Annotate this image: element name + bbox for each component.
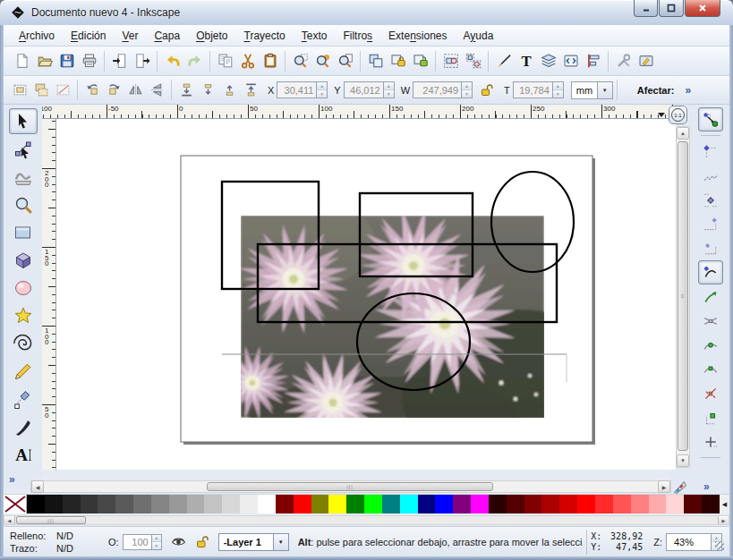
palette-swatch[interactable] bbox=[507, 495, 524, 513]
fill-stroke-dialog-button[interactable] bbox=[492, 49, 515, 72]
palette-swatch[interactable] bbox=[169, 495, 187, 513]
palette-swatch[interactable] bbox=[666, 495, 684, 513]
canvas-area[interactable] bbox=[56, 119, 676, 470]
palette-swatch[interactable] bbox=[400, 495, 418, 513]
x-field[interactable]: 30,411 bbox=[277, 81, 316, 98]
snap-object-centers-button[interactable] bbox=[698, 405, 723, 429]
layer-dropdown-arrow[interactable]: ▼ bbox=[274, 533, 289, 551]
palette-swatch[interactable] bbox=[27, 495, 45, 513]
palette-scroll-thumb[interactable]: ||| bbox=[16, 516, 86, 524]
horizontal-scrollbar[interactable]: ◀ ||| ▶ bbox=[30, 480, 671, 493]
ungroup-objects-button[interactable] bbox=[462, 49, 484, 72]
lower-button[interactable] bbox=[197, 80, 218, 101]
palette-swatch[interactable] bbox=[489, 495, 507, 513]
menu-texto[interactable]: Texto bbox=[294, 27, 336, 45]
fill-stroke-indicator[interactable]: Relleno: N/D Trazo: N/D bbox=[10, 530, 96, 555]
scroll-right-arrow[interactable]: ▶ bbox=[658, 480, 670, 493]
palette-swatch[interactable] bbox=[364, 495, 382, 513]
palette-swatch[interactable] bbox=[81, 495, 98, 513]
palette-swatch[interactable] bbox=[328, 495, 346, 513]
w-spinner[interactable]: ▲▼ bbox=[461, 81, 473, 98]
palette-swatch[interactable] bbox=[133, 495, 151, 513]
w-field[interactable]: 247,949 bbox=[413, 81, 461, 98]
canvas[interactable] bbox=[56, 119, 676, 470]
tool-tweak[interactable] bbox=[9, 164, 38, 190]
unlink-clone-button[interactable] bbox=[409, 49, 431, 72]
cut-button[interactable] bbox=[236, 49, 259, 72]
lock-ratio-button[interactable] bbox=[476, 80, 498, 101]
y-field[interactable]: 46,012 bbox=[344, 81, 383, 98]
snap-smooth-nodes-button[interactable] bbox=[698, 357, 723, 381]
palette-swatch[interactable] bbox=[702, 495, 720, 513]
import-document-button[interactable] bbox=[108, 49, 131, 72]
scroll-left-arrow[interactable]: ◀ bbox=[31, 480, 44, 493]
swatches-dialog-icon[interactable] bbox=[672, 479, 687, 495]
palette-scrollbar[interactable]: ◀ ||| ▶ bbox=[4, 515, 729, 525]
menu-extensiones[interactable]: Extensiones bbox=[380, 27, 455, 45]
new-document-button[interactable] bbox=[11, 49, 33, 72]
snap-path-intersections-button[interactable] bbox=[698, 309, 723, 333]
palette-swatch[interactable] bbox=[418, 495, 436, 513]
menu-ayuda[interactable]: Ayuda bbox=[456, 27, 502, 45]
units-selector[interactable]: mm▼ bbox=[571, 81, 613, 99]
flip-vertical-button[interactable] bbox=[146, 80, 167, 101]
tool-star[interactable] bbox=[9, 302, 38, 328]
layer-visibility-eye-icon[interactable] bbox=[171, 534, 186, 549]
duplicate-button[interactable] bbox=[364, 49, 387, 72]
units-dropdown-arrow[interactable]: ▼ bbox=[598, 81, 613, 99]
deselect-button[interactable] bbox=[52, 80, 73, 101]
export-document-button[interactable] bbox=[131, 49, 153, 72]
snap-bbox-corners-button[interactable] bbox=[698, 188, 723, 212]
open-document-button[interactable] bbox=[33, 49, 55, 72]
snap-rotation-centers-button[interactable] bbox=[698, 429, 723, 454]
tool-node-editor[interactable] bbox=[9, 136, 38, 162]
palette-swatch[interactable] bbox=[187, 495, 205, 513]
tool-pencil[interactable] bbox=[9, 358, 38, 384]
menu-archivo[interactable]: Archivo bbox=[11, 27, 63, 45]
tool-selector[interactable] bbox=[9, 108, 38, 134]
paste-button[interactable] bbox=[259, 49, 281, 72]
create-clone-button[interactable] bbox=[387, 49, 409, 72]
palette-swatch[interactable] bbox=[453, 495, 471, 513]
tool-controls-overflow-chevron[interactable]: » bbox=[685, 84, 691, 97]
zoom-drawing-button[interactable] bbox=[311, 49, 334, 72]
rotate-cw-button[interactable] bbox=[103, 80, 124, 101]
scroll-down-arrow[interactable]: ▼ bbox=[677, 454, 689, 467]
layer-lock-open-icon[interactable] bbox=[195, 535, 209, 549]
layers-dialog-button[interactable] bbox=[537, 49, 559, 72]
snap-bbox-centers-button[interactable] bbox=[698, 236, 723, 260]
palette-swatch[interactable] bbox=[222, 495, 240, 513]
tool-rectangle[interactable] bbox=[9, 219, 38, 245]
opacity-field[interactable]: 100 bbox=[123, 534, 151, 550]
menu-trayecto[interactable]: Trayecto bbox=[236, 27, 294, 45]
select-all-button[interactable] bbox=[9, 80, 30, 101]
scroll-up-arrow[interactable]: ▲ bbox=[677, 127, 689, 140]
palette-swatch[interactable] bbox=[631, 495, 649, 513]
raise-to-top-button[interactable] bbox=[240, 80, 261, 101]
xml-editor-button[interactable] bbox=[559, 49, 582, 72]
snap-line-midpoints-button[interactable] bbox=[698, 381, 723, 405]
palette-swatch[interactable] bbox=[541, 495, 559, 513]
raise-button[interactable] bbox=[218, 80, 240, 101]
tool-spiral[interactable] bbox=[9, 330, 38, 356]
palette-swatch[interactable] bbox=[115, 495, 133, 513]
zoom-page-button[interactable] bbox=[334, 49, 356, 72]
text-dialog-button[interactable]: T bbox=[515, 49, 537, 72]
x-spinner[interactable]: ▲▼ bbox=[316, 81, 328, 98]
palette-scroll-left-arrow[interactable]: ◀ bbox=[4, 516, 15, 524]
palette-swatch[interactable] bbox=[276, 495, 294, 513]
zoom-1-1-button[interactable]: 1:1 bbox=[669, 106, 687, 124]
opacity-spinner[interactable]: ▲▼ bbox=[151, 534, 162, 550]
palette-swatch[interactable] bbox=[559, 495, 577, 513]
flip-horizontal-button[interactable] bbox=[124, 80, 146, 101]
tool-ellipse[interactable] bbox=[9, 275, 38, 301]
palette-swatch[interactable] bbox=[204, 495, 222, 513]
menu-edicion[interactable]: Edición bbox=[63, 27, 114, 45]
menu-filtros[interactable]: Filtros bbox=[335, 27, 380, 45]
palette-swatch[interactable] bbox=[294, 495, 311, 513]
palette-none-swatch[interactable] bbox=[4, 495, 27, 513]
minimize-button[interactable] bbox=[634, 0, 658, 17]
zoom-selection-button[interactable] bbox=[289, 49, 311, 72]
palette-swatch[interactable] bbox=[258, 495, 276, 513]
input-devices-button[interactable] bbox=[635, 49, 657, 72]
